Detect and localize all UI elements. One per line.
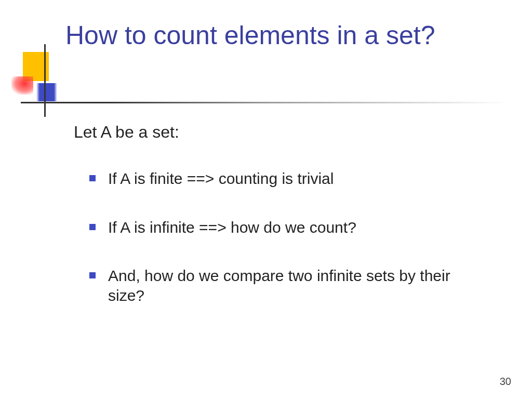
list-item: If A is finite ==> counting is trivial (89, 169, 489, 189)
slide-body: Let A be a set: If A is finite ==> count… (74, 123, 489, 334)
slide-decoration (11, 52, 53, 109)
page-number: 30 (500, 376, 511, 388)
decor-horizontal-line (21, 102, 509, 103)
red-square (11, 76, 33, 95)
blue-square (36, 83, 57, 101)
slide-title: How to count elements in a set? (65, 20, 481, 51)
decor-vertical-line (44, 44, 46, 117)
bullet-list: If A is finite ==> counting is trivial I… (74, 169, 489, 305)
lead-text: Let A be a set: (74, 123, 489, 142)
list-item: If A is infinite ==> how do we count? (89, 218, 489, 237)
list-item: And, how do we compare two infinite sets… (89, 266, 489, 305)
